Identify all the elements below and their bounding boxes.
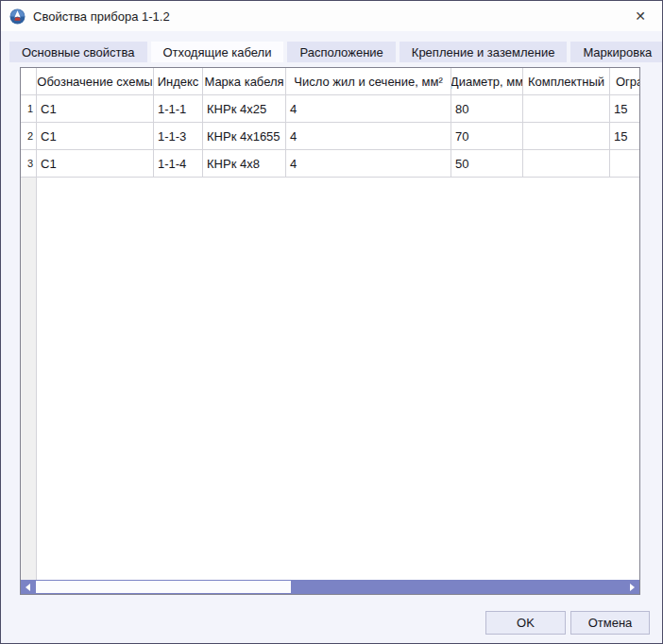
tab-location[interactable]: Расположение <box>287 42 395 62</box>
tab-bar: Основные свойства Отходящие кабели Распо… <box>9 42 663 62</box>
table-empty-background <box>37 178 639 580</box>
table-cell[interactable]: 4 <box>286 123 451 150</box>
table-cell[interactable]: 1-1-1 <box>154 95 203 123</box>
table-cell[interactable]: КНРк 4х25 <box>203 95 286 123</box>
cancel-button[interactable]: Отмена <box>570 611 650 635</box>
corner-header-cell[interactable] <box>21 68 37 95</box>
table-cell[interactable]: 50 <box>451 150 523 178</box>
column-header-designation[interactable]: Обозначение схемы <box>37 68 154 95</box>
tab-main-properties[interactable]: Основные свойства <box>9 42 147 62</box>
app-icon <box>9 8 26 25</box>
table-cell[interactable] <box>523 150 610 178</box>
table-cell[interactable]: 4 <box>286 95 451 123</box>
horizontal-scrollbar[interactable] <box>21 580 639 594</box>
table-cell[interactable]: С1 <box>37 123 154 150</box>
row-header[interactable]: 1 <box>21 95 37 123</box>
column-header-complete[interactable]: Комплектный <box>523 68 610 95</box>
table-row: 1 С1 1-1-1 КНРк 4х25 4 80 15 <box>21 95 639 123</box>
tab-marking[interactable]: Маркировка <box>570 42 663 62</box>
column-header-cable-brand[interactable]: Марка кабеля <box>203 68 286 95</box>
table-cell[interactable]: 1-1-3 <box>154 123 203 150</box>
column-header-index[interactable]: Индекс <box>154 68 203 95</box>
row-header[interactable]: 2 <box>21 123 37 150</box>
close-icon[interactable]: ✕ <box>619 1 662 31</box>
dialog-client-area: Основные свойства Отходящие кабели Распо… <box>1 31 662 643</box>
cables-table: Обозначение схемы Индекс Марка кабеля Чи… <box>20 67 640 595</box>
table-cell[interactable]: 15 <box>610 95 639 123</box>
column-header-cores-section[interactable]: Число жил и сечение, мм² <box>286 68 451 95</box>
table-cell[interactable]: 4 <box>286 150 451 178</box>
table-cell[interactable]: 70 <box>451 123 523 150</box>
table-cell[interactable]: С1 <box>37 150 154 178</box>
window-title: Свойства прибора 1-1.2 <box>33 9 170 24</box>
table-cell[interactable] <box>523 123 610 150</box>
table-cell[interactable]: КНРк 4х1655 <box>203 123 286 150</box>
table-empty-area <box>21 178 639 580</box>
table-cell[interactable]: 80 <box>451 95 523 123</box>
scroll-right-arrow-icon[interactable] <box>625 580 639 594</box>
scrollbar-thumb[interactable] <box>36 581 291 593</box>
table-row: 2 С1 1-1-3 КНРк 4х1655 4 70 15 <box>21 123 639 150</box>
column-header-truncated[interactable]: Огра <box>610 68 639 95</box>
tab-mounting-grounding[interactable]: Крепление и заземление <box>400 42 568 62</box>
cables-table-body: Обозначение схемы Индекс Марка кабеля Чи… <box>21 68 639 580</box>
dialog-window: Свойства прибора 1-1.2 ✕ Основные свойст… <box>0 0 663 644</box>
table-cell[interactable]: 15 <box>610 123 639 150</box>
table-cell[interactable]: КНРк 4х8 <box>203 150 286 178</box>
table-cell[interactable]: 1-1-4 <box>154 150 203 178</box>
row-header-strip <box>21 178 37 580</box>
column-header-diameter[interactable]: Диаметр, мм <box>451 68 523 95</box>
scroll-left-arrow-icon[interactable] <box>21 580 35 594</box>
table-row: 3 С1 1-1-4 КНРк 4х8 4 50 <box>21 150 639 178</box>
ok-button[interactable]: OK <box>485 611 566 635</box>
table-cell[interactable] <box>610 150 639 178</box>
table-cell[interactable] <box>523 95 610 123</box>
tab-outgoing-cables[interactable]: Отходящие кабели <box>151 42 284 62</box>
row-header[interactable]: 3 <box>21 150 37 178</box>
table-header-row: Обозначение схемы Индекс Марка кабеля Чи… <box>21 68 639 95</box>
table-cell[interactable]: С1 <box>37 95 154 123</box>
titlebar: Свойства прибора 1-1.2 ✕ <box>1 1 662 31</box>
